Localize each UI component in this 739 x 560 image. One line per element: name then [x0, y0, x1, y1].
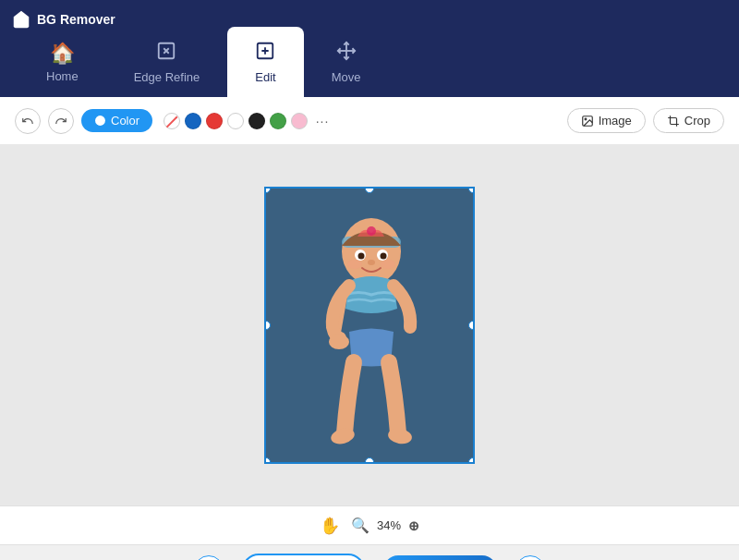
- tab-edge-refine[interactable]: Edge Refine: [106, 27, 228, 97]
- more-colors-button[interactable]: ···: [312, 113, 333, 129]
- bottom-bar: ◀ New Image Download ▶: [0, 544, 739, 560]
- handle-bottom-middle[interactable]: [365, 457, 374, 464]
- swatch-transparent[interactable]: [164, 113, 180, 129]
- redo-button[interactable]: [48, 108, 74, 134]
- nav-prev-button[interactable]: ◀: [194, 555, 224, 560]
- tab-edit[interactable]: Edit: [227, 27, 303, 97]
- app-logo: BG Remover: [11, 9, 115, 30]
- svg-point-16: [347, 260, 362, 269]
- download-button[interactable]: Download: [383, 555, 497, 560]
- image-frame: [264, 187, 475, 464]
- handle-bottom-right[interactable]: [468, 457, 475, 464]
- nav-tabs: 🏠 Home Edge Refine: [18, 0, 721, 97]
- edit-icon: [255, 41, 275, 67]
- image-button-label: Image: [599, 114, 632, 128]
- svg-point-9: [329, 335, 349, 349]
- swatch-pink[interactable]: [291, 113, 308, 129]
- new-image-button[interactable]: New Image: [242, 554, 365, 560]
- svg-point-18: [368, 260, 375, 265]
- handle-middle-right[interactable]: [468, 321, 475, 330]
- zoom-value: 34%: [377, 518, 401, 532]
- tab-edge-refine-label: Edge Refine: [134, 70, 200, 84]
- toolbar-left: Color ···: [15, 108, 558, 134]
- swatch-black[interactable]: [248, 113, 265, 129]
- nav-next-button[interactable]: ▶: [515, 555, 545, 560]
- app-title: BG Remover: [37, 12, 115, 27]
- top-nav: BG Remover 🏠 Home Edge Refine: [0, 0, 739, 97]
- handle-top-right[interactable]: [468, 187, 475, 193]
- canvas-area: [0, 145, 739, 505]
- crop-button-label: Crop: [684, 114, 710, 128]
- move-icon: [336, 41, 357, 67]
- child-image: [266, 189, 475, 464]
- zoom-control: 🔍 34% ⊕: [351, 517, 419, 534]
- image-container: [264, 187, 475, 464]
- tab-move-label: Move: [332, 70, 361, 84]
- handle-bottom-left[interactable]: [264, 457, 271, 464]
- image-button[interactable]: Image: [567, 108, 646, 133]
- tab-move[interactable]: Move: [304, 27, 389, 97]
- home-icon: 🏠: [50, 42, 75, 66]
- zoom-out-icon[interactable]: 🔍: [351, 517, 370, 534]
- svg-point-15: [381, 253, 387, 260]
- undo-button[interactable]: [15, 108, 41, 134]
- svg-point-6: [585, 118, 587, 120]
- tab-edit-label: Edit: [255, 70, 275, 84]
- svg-point-14: [358, 253, 365, 260]
- color-button[interactable]: Color: [81, 109, 152, 132]
- swatch-red[interactable]: [206, 113, 223, 129]
- status-bar: ✋ 🔍 34% ⊕: [0, 505, 739, 544]
- color-swatches: ···: [164, 113, 333, 129]
- pan-icon[interactable]: ✋: [320, 516, 340, 536]
- swatch-white[interactable]: [227, 113, 244, 129]
- toolbar: Color ··· Image Crop: [0, 97, 739, 145]
- svg-point-17: [381, 260, 395, 269]
- swatch-green[interactable]: [270, 113, 286, 129]
- zoom-in-icon[interactable]: ⊕: [408, 518, 419, 533]
- tab-home[interactable]: 🏠 Home: [18, 27, 106, 97]
- crop-button[interactable]: Crop: [653, 108, 724, 133]
- toolbar-right: Image Crop: [567, 108, 724, 133]
- swatch-blue[interactable]: [185, 113, 201, 129]
- svg-point-19: [367, 226, 376, 236]
- color-button-label: Color: [111, 114, 139, 128]
- edge-refine-icon: [156, 41, 176, 67]
- tab-home-label: Home: [46, 69, 79, 83]
